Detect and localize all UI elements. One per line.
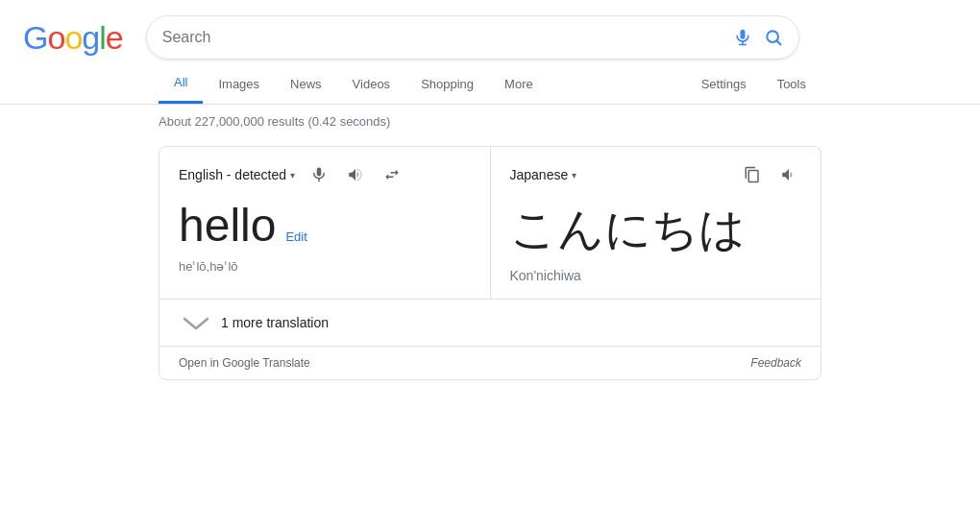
search-submit-icon[interactable] (764, 28, 783, 47)
source-mic-icon[interactable] (306, 162, 331, 187)
microphone-icon[interactable] (733, 28, 752, 47)
source-word: hello Edit (179, 199, 471, 252)
logo-letter-G: G (23, 19, 47, 56)
more-translations-row[interactable]: 1 more translation (159, 299, 821, 346)
source-lang-chevron-icon: ▾ (290, 170, 295, 181)
card-footer: Open in Google Translate Feedback (159, 346, 821, 379)
copy-icon[interactable] (740, 162, 765, 187)
svg-line-4 (776, 41, 780, 45)
search-bar[interactable]: translate hello to japanese (146, 15, 799, 60)
svg-rect-5 (317, 168, 322, 177)
nav-item-videos[interactable]: Videos (337, 65, 406, 103)
header: Google translate hello to japanese (0, 0, 980, 60)
results-count: About 227,000,000 results (0.42 seconds) (0, 105, 980, 138)
open-translate-link[interactable]: Open in Google Translate (179, 356, 310, 370)
source-lang-header: English - detected ▾ (179, 162, 471, 187)
target-lang-chevron-icon: ▾ (572, 170, 576, 181)
translation-card: English - detected ▾ (159, 146, 821, 380)
source-pronunciation: heˈlō,həˈlō (179, 259, 471, 274)
nav-item-all[interactable]: All (159, 63, 203, 104)
nav-item-more[interactable]: More (489, 65, 549, 103)
source-lang-selector[interactable]: English - detected ▾ (179, 167, 295, 182)
nav-bar: All Images News Videos Shopping More Set… (0, 63, 980, 105)
more-translations-chevron-icon (179, 311, 213, 334)
translated-pronunciation: Kon'nichiwa (510, 268, 802, 283)
target-lang-header: Japanese ▾ (510, 162, 802, 187)
google-logo[interactable]: Google (23, 21, 123, 54)
translated-word: こんにちは (510, 199, 802, 260)
translation-body: English - detected ▾ (159, 147, 821, 299)
search-input[interactable]: translate hello to japanese (162, 29, 733, 46)
target-speaker-icon[interactable] (776, 162, 801, 187)
source-swap-icon[interactable] (380, 162, 404, 187)
source-speaker-icon[interactable] (343, 162, 368, 187)
nav-item-tools[interactable]: Tools (762, 65, 821, 103)
search-icons-container (733, 28, 783, 47)
nav-item-settings[interactable]: Settings (686, 65, 762, 103)
logo-letter-o2: o (64, 19, 82, 56)
nav-item-shopping[interactable]: Shopping (405, 65, 489, 103)
translation-right: Japanese ▾ こんにちは Kon'nichiwa (491, 147, 821, 299)
logo-letter-o1: o (47, 19, 64, 56)
nav-item-images[interactable]: Images (203, 65, 275, 103)
logo-letter-g: g (82, 19, 99, 56)
edit-label[interactable]: Edit (285, 229, 306, 244)
more-translations-label: 1 more translation (221, 315, 329, 330)
nav-item-news[interactable]: News (275, 65, 337, 103)
feedback-link[interactable]: Feedback (750, 356, 801, 370)
logo-letter-e: e (106, 19, 123, 56)
svg-rect-0 (740, 30, 745, 39)
translation-left: English - detected ▾ (159, 147, 491, 299)
target-lang-selector[interactable]: Japanese ▾ (510, 167, 577, 182)
